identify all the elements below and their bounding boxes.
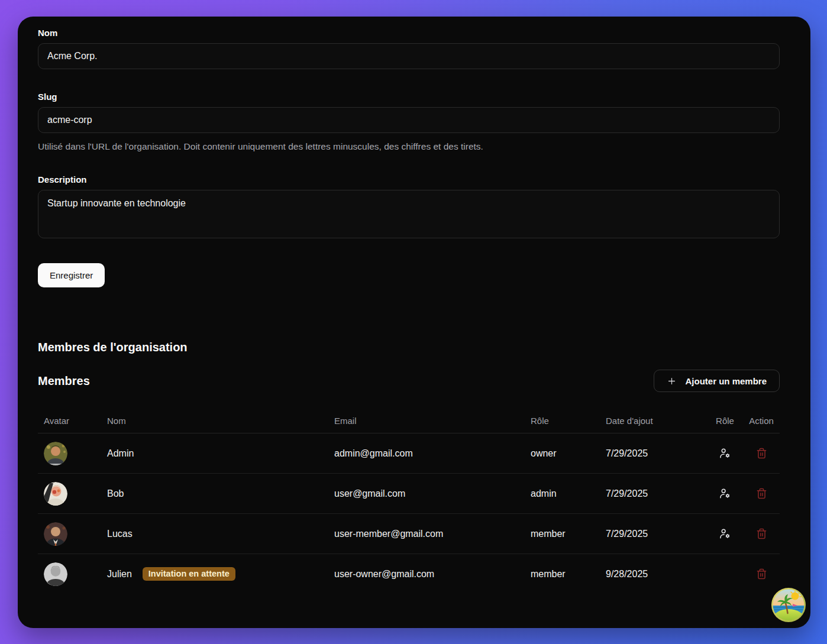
member-name: Lucas xyxy=(107,529,133,539)
members-section-title: Membres de l'organisation xyxy=(38,341,780,354)
name-field: Nom xyxy=(38,28,780,69)
user-cog-icon xyxy=(719,528,731,539)
member-date: 7/29/2025 xyxy=(600,448,707,459)
member-role: member xyxy=(525,529,600,539)
edit-role-button[interactable] xyxy=(717,445,733,461)
member-email: user-member@gmail.com xyxy=(329,529,525,539)
slug-help-text: Utilisé dans l'URL de l'organisation. Do… xyxy=(38,141,780,152)
member-email: user-owner@gmail.com xyxy=(329,569,525,580)
member-date: 7/29/2025 xyxy=(600,529,707,539)
organization-settings-card: Nom Slug Utilisé dans l'URL de l'organis… xyxy=(18,17,810,628)
member-role: admin xyxy=(525,488,600,499)
col-role: Rôle xyxy=(525,416,600,426)
table-header-row: Avatar Nom Email Rôle Date d'ajout Rôle … xyxy=(38,408,780,433)
table-row: Julien Invitation en attente user-owner@… xyxy=(38,554,780,594)
trash-icon xyxy=(756,528,767,539)
avatar xyxy=(44,482,67,506)
description-field: Description Startup innovante en technol… xyxy=(38,174,780,238)
trash-icon xyxy=(756,448,767,459)
member-email: admin@gmail.com xyxy=(329,448,525,459)
delete-member-button[interactable] xyxy=(754,526,770,542)
delete-member-button[interactable] xyxy=(754,445,770,461)
slug-input[interactable] xyxy=(38,107,780,133)
col-name: Nom xyxy=(102,416,329,426)
pending-invitation-badge: Invitation en attente xyxy=(143,567,235,581)
member-name: Admin xyxy=(107,448,134,459)
col-avatar: Avatar xyxy=(38,416,102,426)
member-date: 7/29/2025 xyxy=(600,488,707,499)
col-date: Date d'ajout xyxy=(600,416,707,426)
save-button[interactable]: Enregistrer xyxy=(38,263,105,287)
member-date: 9/28/2025 xyxy=(600,569,707,580)
avatar xyxy=(44,442,67,465)
edit-role-button[interactable] xyxy=(717,486,733,501)
avatar xyxy=(44,562,67,586)
member-role: owner xyxy=(525,448,600,459)
members-panel-title: Membres xyxy=(38,374,90,388)
add-member-label: Ajouter un membre xyxy=(685,376,767,386)
delete-member-button[interactable] xyxy=(754,566,770,582)
add-member-button[interactable]: Ajouter un membre xyxy=(654,370,780,392)
delete-member-button[interactable] xyxy=(754,486,770,501)
description-input[interactable]: Startup innovante en technologie xyxy=(38,190,780,238)
members-table: Avatar Nom Email Rôle Date d'ajout Rôle … xyxy=(38,408,780,594)
edit-role-button[interactable] xyxy=(717,526,733,542)
member-role: member xyxy=(525,569,600,580)
slug-field: Slug Utilisé dans l'URL de l'organisatio… xyxy=(38,92,780,152)
table-row: Lucas user-member@gmail.com member 7/29/… xyxy=(38,514,780,554)
col-role-action: Rôle xyxy=(716,416,734,426)
plus-icon xyxy=(667,376,677,386)
name-label: Nom xyxy=(38,28,780,38)
col-action: Action xyxy=(749,416,774,426)
col-email: Email xyxy=(329,416,525,426)
name-input[interactable] xyxy=(38,43,780,69)
member-name: Julien xyxy=(107,569,132,580)
tropical-island-logo[interactable] xyxy=(771,587,806,623)
user-cog-icon xyxy=(719,488,731,499)
user-cog-icon xyxy=(719,448,731,459)
avatar xyxy=(44,522,67,546)
slug-label: Slug xyxy=(38,92,780,102)
table-row: Admin admin@gmail.com owner 7/29/2025 xyxy=(38,433,780,474)
trash-icon xyxy=(756,488,767,499)
table-row: Bob user@gmail.com admin 7/29/2025 xyxy=(38,474,780,514)
members-panel-header: Membres Ajouter un membre xyxy=(38,370,780,392)
trash-icon xyxy=(756,568,767,580)
member-name: Bob xyxy=(107,488,124,499)
description-label: Description xyxy=(38,174,780,185)
member-email: user@gmail.com xyxy=(329,488,525,499)
